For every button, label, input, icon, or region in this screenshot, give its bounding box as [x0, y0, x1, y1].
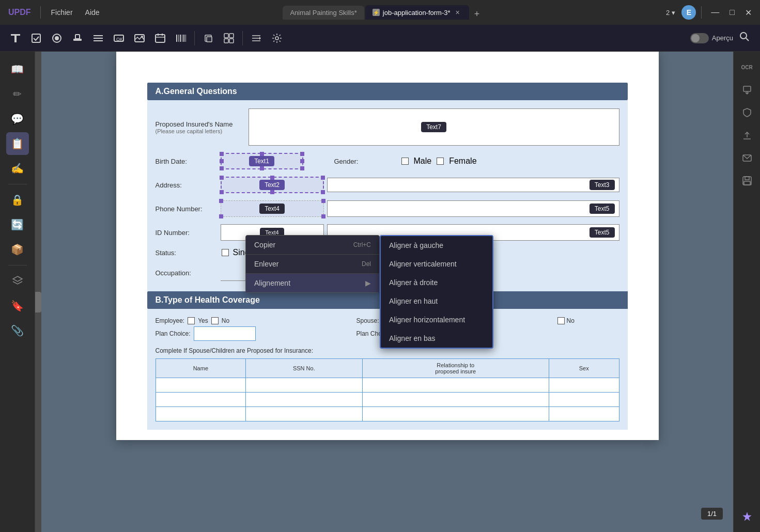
row2-sex[interactable]: [549, 393, 619, 407]
sidebar-icon-layers[interactable]: [6, 270, 29, 292]
row1-name[interactable]: [156, 378, 246, 393]
text3-chip[interactable]: Text3: [590, 180, 615, 190]
row3-sex[interactable]: [549, 407, 619, 421]
sidebar-icon-convert[interactable]: 🔄: [6, 213, 29, 236]
search-icon[interactable]: [735, 29, 754, 46]
submenu-align-bottom[interactable]: Aligner en bas: [381, 329, 492, 348]
gender-male-radio[interactable]: [401, 158, 409, 165]
status-single-radio[interactable]: [222, 249, 229, 256]
tab-add-btn[interactable]: +: [470, 9, 484, 20]
tab-active-label: job-application-form-3*: [383, 9, 451, 17]
sidebar-icon-attachment[interactable]: 📎: [6, 319, 29, 342]
sidebar-icon-form[interactable]: 📋: [6, 132, 29, 155]
submenu-align-top[interactable]: Aligner en haut: [381, 292, 492, 310]
sidebar-icon-protect[interactable]: 🔒: [6, 189, 29, 211]
employee-no-cb[interactable]: [211, 317, 219, 324]
grid-tool-btn[interactable]: [220, 29, 238, 48]
calendar-tool-btn[interactable]: [151, 29, 169, 48]
stamp-tool-btn[interactable]: [68, 29, 87, 48]
settings-tool-btn[interactable]: [268, 29, 286, 48]
phone-field2[interactable]: Text5: [327, 200, 619, 217]
submenu-align-vcenter[interactable]: Aligner verticalement: [381, 255, 492, 273]
ai-btn[interactable]: [738, 507, 756, 526]
apercu-switch[interactable]: [690, 33, 709, 43]
menu-enlever[interactable]: Enlever Del: [246, 255, 379, 273]
align-tool-btn[interactable]: [247, 29, 266, 48]
row3-rel[interactable]: [362, 407, 549, 421]
sidebar-icon-compress[interactable]: 📦: [6, 238, 29, 261]
text5b-chip[interactable]: Text5: [590, 227, 615, 238]
image-tool-btn[interactable]: [130, 29, 149, 48]
sidebar-icon-bookmark[interactable]: 🔖: [6, 294, 29, 317]
sidebar-icon-comment[interactable]: 💬: [6, 107, 29, 130]
address-field2[interactable]: Text3: [327, 178, 619, 192]
minimize-btn[interactable]: —: [707, 6, 723, 19]
text2-selection[interactable]: Text2: [221, 177, 324, 193]
text7-chip[interactable]: Text7: [421, 122, 446, 132]
tab-active[interactable]: ⚡ job-application-form-3* ×: [365, 5, 469, 20]
list-tool-btn[interactable]: [89, 29, 107, 48]
menu-fichier[interactable]: Fichier: [46, 6, 78, 19]
submenu-align-right[interactable]: Aligner à droite: [381, 273, 492, 292]
svg-rect-45: [744, 181, 750, 185]
gender-female-radio[interactable]: [437, 158, 444, 165]
row3-name[interactable]: [156, 407, 246, 421]
submenu-align-left[interactable]: Aligner à gauche: [381, 236, 492, 255]
maximize-btn[interactable]: □: [725, 6, 739, 19]
row2-name[interactable]: [156, 393, 246, 407]
menu-alignement[interactable]: Alignement ▶: [246, 274, 379, 292]
row2-rel[interactable]: [362, 393, 549, 407]
ok-tool-btn[interactable]: OK: [110, 29, 128, 48]
text1-chip[interactable]: Text1: [249, 156, 274, 166]
barcode-tool-btn[interactable]: [172, 29, 190, 48]
tab-close-btn[interactable]: ×: [454, 8, 462, 17]
close-btn[interactable]: ✕: [741, 6, 756, 20]
radio-tool-btn[interactable]: [48, 29, 66, 48]
secure-btn[interactable]: [738, 103, 756, 122]
child-no-cb[interactable]: [557, 317, 565, 324]
menu-copier-shortcut: Ctrl+C: [353, 241, 371, 248]
employee-plan-field[interactable]: [194, 326, 256, 341]
sidebar-icon-read[interactable]: 📖: [6, 58, 29, 81]
menu-copier[interactable]: Copier Ctrl+C: [246, 236, 379, 254]
text-tool-btn[interactable]: [6, 29, 25, 48]
employee-yes-cb[interactable]: [188, 317, 195, 324]
row2-ssn[interactable]: [246, 393, 362, 407]
handle-ml: [220, 159, 224, 163]
sidebar-icon-edit[interactable]: ✏: [6, 83, 29, 105]
copy-layout-btn[interactable]: [199, 29, 218, 48]
proposed-insured-field[interactable]: Text7: [249, 108, 619, 146]
row1-rel[interactable]: [362, 378, 549, 393]
text5-chip[interactable]: Text5: [590, 204, 615, 214]
row3-ssn[interactable]: [246, 407, 362, 421]
row1-sex[interactable]: [549, 378, 619, 393]
svg-rect-20: [180, 35, 181, 42]
svg-rect-21: [182, 35, 182, 42]
text1-selection[interactable]: Text1: [221, 153, 303, 169]
apercu-toggle[interactable]: Aperçu: [690, 33, 733, 43]
ocr-btn[interactable]: OCR: [738, 58, 756, 76]
gender-group: Gender: Male Female: [334, 157, 477, 166]
mail-btn[interactable]: [738, 149, 756, 167]
svg-rect-18: [176, 35, 177, 42]
svg-rect-25: [207, 37, 212, 42]
extract-btn[interactable]: [738, 81, 756, 99]
sidebar-sep: [8, 184, 27, 184]
page-num-display[interactable]: 2 ▾: [662, 7, 679, 19]
proposed-insured-sublabel: (Please use capital letters): [156, 128, 249, 134]
row1-ssn[interactable]: [246, 378, 362, 393]
content-area[interactable]: A.General Questions Proposed Insured's N…: [41, 52, 733, 532]
upload-btn[interactable]: [738, 126, 756, 145]
user-avatar[interactable]: E: [681, 5, 696, 20]
sidebar-icon-sign[interactable]: ✍: [6, 157, 29, 180]
save-btn[interactable]: [738, 171, 756, 190]
text4-chip[interactable]: Text4: [259, 204, 285, 214]
text4-field[interactable]: Text4: [221, 200, 324, 217]
insurance-section: Complete If Spouse/Children are Proposed…: [156, 347, 619, 421]
text2-chip[interactable]: Text2: [259, 180, 285, 190]
checkbox-tool-btn[interactable]: [27, 29, 45, 48]
svg-rect-1: [14, 36, 17, 42]
submenu-align-hcenter[interactable]: Aligner horizontalement: [381, 310, 492, 329]
tab-inactive[interactable]: Animal Painting Skills*: [283, 6, 364, 20]
menu-aide[interactable]: Aide: [80, 6, 105, 19]
